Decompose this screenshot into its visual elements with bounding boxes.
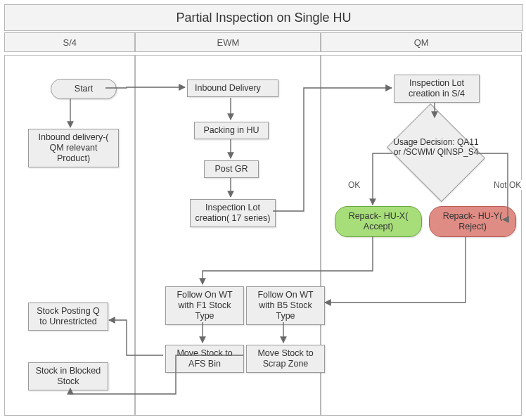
lane-header-s4: S/4 <box>4 32 135 52</box>
node-inbound-ewm: Inbound Delivery <box>187 79 278 97</box>
node-start: Start <box>51 79 117 99</box>
diagram-title: Partial Inspection on Single HU <box>4 4 523 31</box>
label-not-ok: Not OK <box>492 180 522 190</box>
node-stock-blocked: Stock in Blocked Stock <box>28 362 108 390</box>
node-packing: Packing in HU <box>194 122 269 139</box>
lane-headers: S/4 EWM QM <box>4 32 522 52</box>
lane-header-ewm: EWM <box>135 32 321 52</box>
node-repack-accept: Repack- HU-X( Accept) <box>335 206 422 237</box>
lane-header-qm: QM <box>321 32 522 52</box>
node-stock-unrestricted: Stock Posting Q to Unrestricted <box>28 303 108 331</box>
node-follow-f1: Follow On WT with F1 Stock Type <box>165 286 244 325</box>
node-move-scrap: Move Stock to Scrap Zone <box>246 345 325 373</box>
flowchart-canvas: Partial Inspection on Single HU S/4 EWM … <box>0 0 526 420</box>
node-insplot-qm: Inspection Lot creation in S/4 <box>394 75 480 103</box>
node-follow-b5: Follow On WT with B5 Stock Type <box>246 286 325 325</box>
node-insplot-ewm: Inspection Lot creation( 17 series) <box>190 199 276 227</box>
node-post-gr: Post GR <box>204 160 259 178</box>
node-inbound-s4: Inbound delivery-( QM relevant Product) <box>28 129 119 167</box>
node-repack-reject: Repack- HU-Y( Reject) <box>429 206 516 237</box>
node-move-afs: Move Stock to AFS Bin <box>165 345 244 373</box>
label-ok: OK <box>347 180 361 190</box>
